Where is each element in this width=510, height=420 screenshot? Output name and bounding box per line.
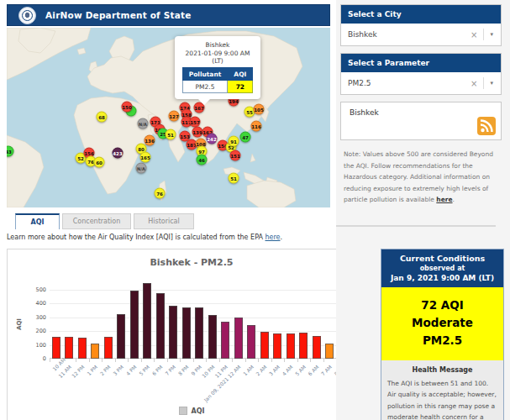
map-marker-165[interactable]: 165 [140,152,151,163]
bar-jan-09-2021-12-am [234,318,243,359]
bar-11-pm [221,322,229,359]
x-tick [180,359,181,362]
map-marker-na[interactable]: N/A [136,163,147,174]
chevron-down-icon[interactable]: ▾ [484,80,499,87]
bar-4-pm [130,291,139,359]
x-tick [310,359,311,362]
popup-col-aqi: AQI [228,68,253,81]
clear-icon[interactable]: × [465,79,483,88]
legend-label: AQI [192,407,205,415]
x-tick [167,359,168,362]
beyond-aqi-note: Note: Values above 500 are considered Be… [344,149,502,206]
city-select[interactable]: Bishkek × ▾ [341,24,501,45]
map-marker-150[interactable]: 150 [122,102,133,113]
parameter-select-value[interactable]: PM2.5 [348,79,465,87]
bar-9-pm [195,307,203,359]
legend-swatch-icon [179,407,187,415]
bar-5-am [299,333,308,359]
current-conditions-panel: Current Conditions observed at Jan 9, 20… [381,249,504,420]
x-tick [297,359,298,362]
x-tick [128,359,129,362]
map-marker-46[interactable]: 46 [197,155,208,165]
learn-more-link[interactable]: here [265,234,280,241]
map-marker-105[interactable]: 105 [254,104,265,115]
bar-3-am [273,333,281,359]
chart-plot-area: 010020030040050010 AM11 AM12 PM1 PM2 PM3… [50,281,362,359]
sidebar-divider [336,225,496,227]
tab-aqi[interactable]: AQI [15,213,60,229]
current-aqi-category: Moderate [381,314,503,332]
tab-concentration[interactable]: Concentration [62,213,131,229]
chart-legend: AQI [8,407,376,415]
map-marker-242[interactable]: 242 [207,134,218,144]
map-marker-151[interactable]: 151 [230,150,241,161]
x-tick [63,359,64,362]
tab-historical[interactable]: Historical [134,213,194,229]
bar-10-am [52,337,60,359]
chart-y-axis-label: AQI [16,318,23,330]
clear-icon[interactable]: × [465,30,483,39]
x-tick [219,359,220,362]
bar-7-am [325,344,334,359]
map-marker-116[interactable]: 116 [251,121,262,132]
map-marker-na[interactable]: N/A [138,118,149,129]
popup-timezone: (LT) [177,57,258,65]
x-tick [115,359,116,362]
map-marker-51[interactable]: 51 [229,173,239,184]
x-label-10-am: 10 AM [51,364,60,372]
learn-more-text: Learn more about how the Air Quality Ind… [7,234,282,241]
bar-2-am [260,332,269,359]
bar-1-pm [91,344,99,359]
map-marker-47[interactable]: 47 [240,132,251,143]
bar-7-pm [169,306,177,359]
bar-1-am [247,325,255,359]
parameter-select[interactable]: PM2.5 × ▾ [341,72,501,94]
map-marker-136[interactable]: 136 [145,135,155,146]
world-aqi-map[interactable]: 4352156766042368150N/A171160255112713680… [7,28,330,207]
observed-at-label: observed at [383,265,502,272]
select-city-panel: Select a City Bishkek × ▾ [340,4,502,46]
current-aqi-block: 72 AQI Moderate PM2.5 [381,287,503,360]
app-header: AirNow Department of State [7,4,330,26]
x-tick [323,359,324,362]
health-message-text: The AQI is between 51 and 100. Air quali… [387,378,497,420]
y-tick-200: 200 [26,328,46,334]
chevron-down-icon[interactable]: ▾ [484,31,499,38]
x-tick [76,359,76,362]
bar-6-pm [156,293,165,359]
x-tick [245,359,246,362]
chart-tabs: AQIConcentrationHistorical [15,213,194,229]
bar-10-pm [208,315,217,359]
note-here-link[interactable]: here [436,196,452,203]
x-tick [89,359,90,362]
map-marker-157[interactable]: 157 [190,117,201,128]
popup-pollutant-value: PM2.5 [182,81,228,93]
health-message-block: Health Message The AQI is between 51 and… [381,360,503,420]
map-marker-127[interactable]: 127 [169,111,180,122]
select-parameter-panel: Select a Parameter PM2.5 × ▾ [340,53,502,95]
map-marker-423[interactable]: 423 [113,148,124,159]
map-popup: Bishkek 2021-01-09 9:00 AM (LT) Pollutan… [175,36,260,99]
map-marker-68[interactable]: 68 [97,112,108,123]
x-tick [206,359,207,362]
x-tick [102,359,103,362]
bar-5-pm [143,283,151,359]
x-tick [232,359,233,362]
gridline-500 [50,290,362,291]
y-tick-500: 500 [26,286,46,293]
map-marker-51[interactable]: 51 [166,129,176,140]
y-tick-0: 0 [26,355,46,362]
bar-3-pm [117,314,125,359]
rss-icon[interactable] [477,117,496,135]
current-aqi-pollutant: PM2.5 [381,332,503,349]
page: AirNow Department of State [0,0,510,420]
map-marker-91[interactable]: 91 [229,136,239,147]
x-tick [50,359,50,362]
map-marker-60[interactable]: 60 [94,157,105,168]
popup-table: Pollutant AQI PM2.5 72 [182,67,254,93]
city-select-value[interactable]: Bishkek [348,30,465,39]
bar-8-pm [182,307,191,359]
current-conditions-header: Current Conditions observed at Jan 9, 20… [381,249,503,287]
map-marker-76[interactable]: 76 [155,188,166,199]
y-tick-300: 300 [26,314,46,321]
